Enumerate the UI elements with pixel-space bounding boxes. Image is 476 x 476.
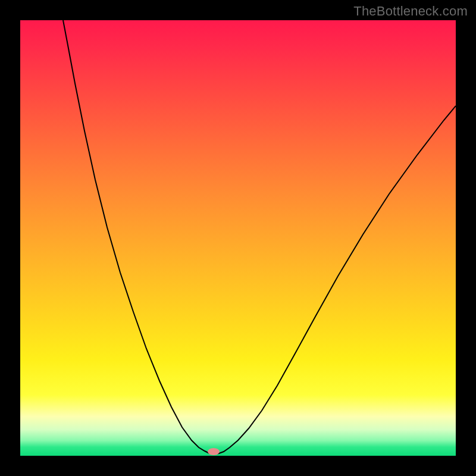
minimum-marker <box>208 448 220 455</box>
curve-layer <box>20 20 456 456</box>
plot-area <box>20 20 456 456</box>
bottleneck-curve <box>63 20 456 454</box>
chart-frame: TheBottleneck.com <box>0 0 476 476</box>
watermark-text: TheBottleneck.com <box>353 4 468 19</box>
